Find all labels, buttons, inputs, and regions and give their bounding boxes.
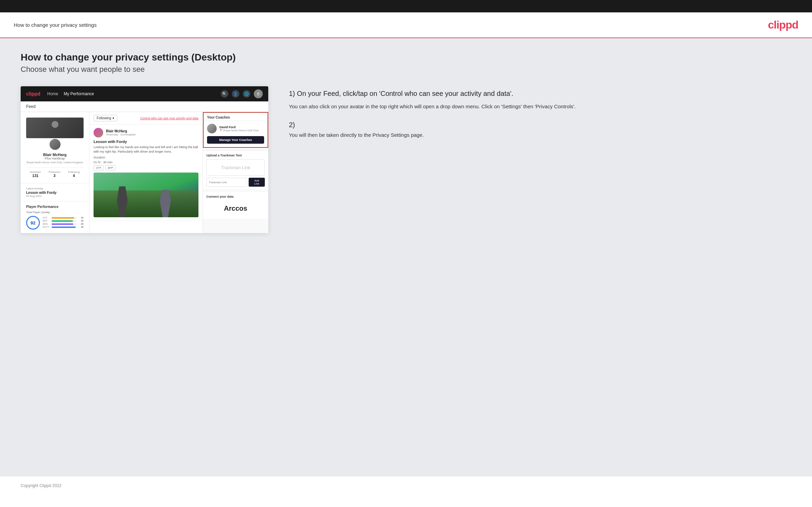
arccos-logo: Arccos <box>206 201 265 216</box>
connect-data: Connect your data Arccos <box>203 192 268 219</box>
pp-bar-arg-fill <box>52 223 73 225</box>
trackman-placeholder: Trackman Link <box>206 159 265 176</box>
profile-stats: Activities 131 Followers 3 Following 4 <box>26 167 84 178</box>
feed-post: Blair McHarg Yesterday · Sunningdale Les… <box>89 124 203 221</box>
page-subtitle: Choose what you want people to see <box>21 65 791 74</box>
player-performance: Player Performance Total Player Quality … <box>21 201 89 233</box>
content-layout: clippd Home My Performance 🔍 👤 🌐 B Feed <box>21 86 791 233</box>
pp-bar-ott: OTT 90 <box>43 217 84 219</box>
stat-followers-label: Followers <box>48 170 60 174</box>
latest-activity-label: Latest Activity <box>26 187 84 190</box>
pp-bar-ott-label: OTT <box>43 217 50 219</box>
app-nav-links: Home My Performance <box>47 91 94 96</box>
app-left-col: Blair McHarg Plus Handicap Royal North D… <box>21 112 89 233</box>
nav-link-home[interactable]: Home <box>47 91 58 96</box>
person-icon[interactable]: 👤 <box>232 90 239 98</box>
profile-name: Blair McHarg <box>26 153 84 157</box>
pp-bar-ott-val: 90 <box>78 217 84 219</box>
stat-following-label: Following <box>68 170 80 174</box>
post-desc: Looking to feel like my hands are exitin… <box>94 145 198 154</box>
coaches-header: Your Coaches <box>204 113 268 121</box>
pp-bar-arg-val: 86 <box>78 223 84 225</box>
coach-avatar <box>207 124 217 133</box>
coach-club: Royal North Devon Golf Club <box>219 129 259 132</box>
globe-icon[interactable]: 🌐 <box>243 90 250 98</box>
post-avatar <box>94 128 103 137</box>
instruction-block-1: 1) On your Feed, click/tap on 'Control w… <box>289 90 791 111</box>
app-nav: clippd Home My Performance 🔍 👤 🌐 B <box>21 86 268 101</box>
clippd-logo: clippd <box>768 19 798 31</box>
app-mid-col: Following ▾ Control who can see your act… <box>89 112 203 233</box>
feed-header: Following ▾ Control who can see your act… <box>89 112 203 124</box>
latest-activity-name: Lesson with Fordy <box>26 191 84 195</box>
instruction-num-1: 1) On your Feed, click/tap on 'Control w… <box>289 90 791 98</box>
instruction-text-1: You can also click on your avatar in the… <box>289 102 791 111</box>
upload-title: Upload a Trackman Test <box>206 154 265 157</box>
feed-tab[interactable]: Feed <box>21 101 268 112</box>
feed-tab-label: Feed <box>26 104 35 109</box>
chevron-down-icon: ▾ <box>112 116 114 120</box>
pp-body: 92 OTT 90 APP <box>26 216 84 230</box>
latest-activity-date: 03 Aug 2022 <box>26 195 84 198</box>
stat-activities-label: Activities <box>30 170 41 174</box>
trackman-placeholder-text: Trackman Link <box>221 165 250 170</box>
pp-bar-app-fill <box>52 220 73 222</box>
post-duration: Duration <box>94 156 198 159</box>
profile-handicap: Plus Handicap <box>26 157 84 160</box>
instruction-label-1: On your Feed, click/tap on 'Control who … <box>297 90 513 97</box>
stat-following: Following 4 <box>68 170 80 178</box>
pp-bar-arg-track <box>52 223 77 225</box>
pp-bar-putt-fill <box>52 227 76 228</box>
duration-label: Duration <box>94 156 105 159</box>
nav-link-performance[interactable]: My Performance <box>64 91 94 96</box>
pp-bar-putt-val: 96 <box>78 226 84 228</box>
pp-bar-ott-track <box>52 217 77 219</box>
instructions-panel: 1) On your Feed, click/tap on 'Control w… <box>282 86 791 150</box>
stat-activities-value: 131 <box>30 174 41 178</box>
latest-activity: Latest Activity Lesson with Fordy 03 Aug… <box>21 184 89 201</box>
app-screenshot: clippd Home My Performance 🔍 👤 🌐 B Feed <box>21 86 268 233</box>
connect-title: Connect your data <box>206 195 265 198</box>
pp-bar-app-val: 85 <box>78 220 84 222</box>
add-link-button[interactable]: Add Link <box>249 178 265 187</box>
pp-bars: OTT 90 APP <box>43 217 84 229</box>
post-author-row: Blair McHarg Yesterday · Sunningdale <box>94 128 198 137</box>
grass-bg <box>94 190 198 217</box>
instruction-paragraph-1b: You can also click on your avatar in the… <box>289 102 791 111</box>
trackman-input-row: Add Link <box>206 178 265 187</box>
post-image <box>94 173 198 217</box>
pp-score-circle: 92 <box>26 216 40 230</box>
top-bar <box>0 0 812 12</box>
profile-club: Royal North Devon Golf Club, United King… <box>26 161 84 164</box>
stat-followers: Followers 3 <box>48 170 60 178</box>
coach-info: David Ford Royal North Devon Golf Club <box>219 125 259 132</box>
coach-row: David Ford Royal North Devon Golf Club <box>204 121 268 136</box>
pp-bar-putt-label: PUTT <box>43 226 50 228</box>
manage-coaches-button[interactable]: Manage Your Coaches <box>207 136 264 144</box>
pp-bar-arg: ARG 86 <box>43 223 84 225</box>
pp-bar-putt-track <box>52 227 77 228</box>
post-author-info: Blair McHarg Yesterday · Sunningdale <box>106 129 136 136</box>
upload-trackman: Upload a Trackman Test Trackman Link Add… <box>203 151 268 189</box>
following-button[interactable]: Following ▾ <box>94 115 117 121</box>
post-author-name: Blair McHarg <box>106 129 136 133</box>
post-meta: Yesterday · Sunningdale <box>106 133 136 136</box>
instruction-block-2: 2) You will then be taken directly to th… <box>289 121 791 139</box>
trackman-input[interactable] <box>206 178 247 187</box>
tag-ott: OTT <box>94 165 104 170</box>
following-btn-label: Following <box>97 116 111 120</box>
pp-quality-label: Total Player Quality <box>26 211 84 214</box>
stat-activities: Activities 131 <box>30 170 41 178</box>
site-header: How to change your privacy settings clip… <box>0 12 812 38</box>
page-title: How to change your privacy settings (Des… <box>21 52 791 63</box>
privacy-control-link[interactable]: Control who can see your activity and da… <box>140 117 198 120</box>
stat-followers-value: 3 <box>48 174 60 178</box>
tag-app: APP <box>105 165 116 170</box>
profile-avatar <box>49 138 61 151</box>
post-title: Lesson with Fordy <box>94 140 198 144</box>
site-footer: Copyright Clippd 2022 <box>0 476 812 495</box>
post-tags: OTT APP <box>94 165 198 170</box>
pp-bar-putt: PUTT 96 <box>43 226 84 228</box>
user-avatar[interactable]: B <box>254 89 263 98</box>
search-icon[interactable]: 🔍 <box>221 90 228 98</box>
